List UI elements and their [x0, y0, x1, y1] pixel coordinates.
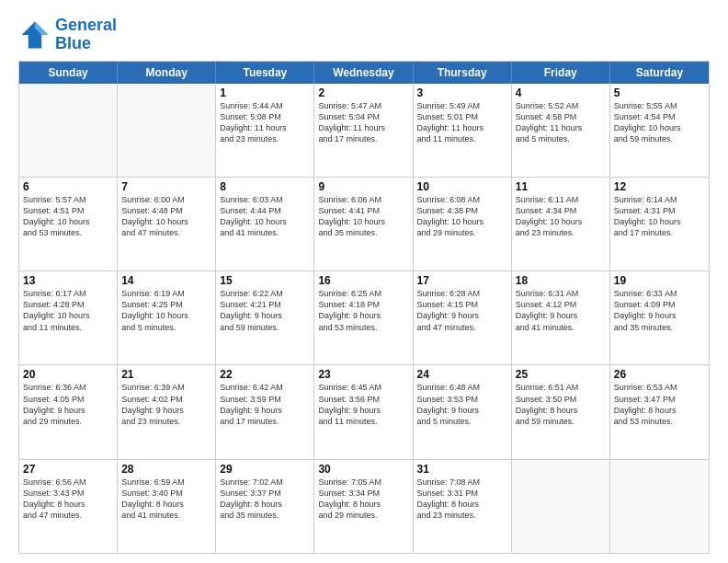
cell-line: and 41 minutes.	[121, 510, 211, 521]
cell-line: Daylight: 10 hours	[614, 122, 705, 133]
weekday-header: Monday	[118, 62, 216, 84]
cell-line: Sunset: 5:04 PM	[318, 111, 408, 122]
calendar: SundayMondayTuesdayWednesdayThursdayFrid…	[18, 61, 710, 554]
cell-line: Sunrise: 5:52 AM	[516, 100, 606, 111]
cell-line: and 53 minutes.	[23, 227, 113, 238]
day-number: 25	[516, 368, 606, 381]
calendar-cell: 6Sunrise: 5:57 AMSunset: 4:51 PMDaylight…	[19, 178, 118, 270]
day-number: 26	[614, 368, 705, 381]
weekday-header: Friday	[512, 62, 610, 84]
cell-line: Sunset: 3:56 PM	[318, 394, 408, 405]
cell-line: Sunrise: 6:33 AM	[614, 288, 705, 299]
day-number: 18	[516, 274, 606, 287]
calendar-cell	[19, 84, 118, 177]
day-number: 15	[220, 274, 310, 287]
cell-line: and 35 minutes.	[318, 227, 408, 238]
cell-line: Sunset: 4:54 PM	[614, 111, 705, 122]
cell-line: and 47 minutes.	[417, 322, 507, 333]
calendar-cell: 23Sunrise: 6:45 AMSunset: 3:56 PMDayligh…	[314, 365, 413, 458]
cell-line: and 23 minutes.	[121, 416, 211, 427]
day-number: 31	[417, 463, 507, 476]
calendar-cell: 17Sunrise: 6:28 AMSunset: 4:15 PMDayligh…	[414, 271, 512, 364]
cell-line: Sunset: 3:53 PM	[417, 394, 507, 405]
cell-line: Daylight: 10 hours	[220, 216, 310, 227]
weekday-header: Sunday	[19, 62, 118, 84]
calendar-cell: 30Sunrise: 7:05 AMSunset: 3:34 PMDayligh…	[314, 460, 413, 553]
calendar-cell: 12Sunrise: 6:14 AMSunset: 4:31 PMDayligh…	[610, 178, 709, 270]
day-number: 24	[417, 368, 507, 381]
cell-line: Sunrise: 7:05 AM	[318, 477, 408, 488]
cell-line: Daylight: 9 hours	[220, 310, 310, 321]
calendar-row: 6Sunrise: 5:57 AMSunset: 4:51 PMDaylight…	[19, 177, 709, 270]
calendar-cell: 13Sunrise: 6:17 AMSunset: 4:28 PMDayligh…	[19, 271, 118, 364]
day-number: 28	[121, 463, 211, 476]
day-number: 19	[614, 274, 705, 287]
cell-line: Daylight: 10 hours	[121, 310, 211, 321]
cell-line: Sunset: 3:47 PM	[614, 394, 705, 405]
cell-line: Sunset: 4:31 PM	[614, 205, 705, 216]
cell-line: Sunrise: 5:44 AM	[220, 100, 310, 111]
cell-line: Sunset: 5:01 PM	[417, 111, 507, 122]
cell-line: Daylight: 8 hours	[23, 499, 113, 510]
calendar-cell: 25Sunrise: 6:51 AMSunset: 3:50 PMDayligh…	[512, 365, 610, 458]
cell-line: Sunset: 4:51 PM	[23, 205, 113, 216]
cell-line: Sunrise: 6:22 AM	[220, 288, 310, 299]
cell-line: Daylight: 10 hours	[121, 216, 211, 227]
day-number: 27	[23, 463, 113, 476]
calendar-cell: 1Sunrise: 5:44 AMSunset: 5:08 PMDaylight…	[216, 84, 314, 177]
calendar-cell: 20Sunrise: 6:36 AMSunset: 4:05 PMDayligh…	[19, 365, 118, 458]
cell-line: and 17 minutes.	[220, 416, 310, 427]
weekday-header: Thursday	[414, 62, 512, 84]
cell-line: Sunset: 3:37 PM	[220, 488, 310, 499]
cell-line: Daylight: 9 hours	[516, 310, 606, 321]
day-number: 21	[121, 368, 211, 381]
calendar-cell: 16Sunrise: 6:25 AMSunset: 4:18 PMDayligh…	[314, 271, 413, 364]
cell-line: Sunset: 3:59 PM	[220, 394, 310, 405]
cell-line: Sunrise: 6:42 AM	[220, 382, 310, 393]
cell-line: Sunset: 3:34 PM	[318, 488, 408, 499]
cell-line: Sunrise: 6:06 AM	[318, 194, 408, 205]
cell-line: and 53 minutes.	[614, 416, 705, 427]
cell-line: Sunrise: 6:36 AM	[23, 382, 113, 393]
cell-line: Sunrise: 6:39 AM	[121, 382, 211, 393]
cell-line: Sunrise: 6:59 AM	[121, 477, 211, 488]
cell-line: Sunrise: 6:11 AM	[516, 194, 606, 205]
day-number: 8	[220, 180, 310, 193]
cell-line: Daylight: 8 hours	[220, 499, 310, 510]
calendar-cell: 26Sunrise: 6:53 AMSunset: 3:47 PMDayligh…	[610, 365, 709, 458]
cell-line: Daylight: 10 hours	[23, 310, 113, 321]
cell-line: and 17 minutes.	[318, 133, 408, 144]
cell-line: Sunset: 5:08 PM	[220, 111, 310, 122]
cell-line: Daylight: 8 hours	[516, 405, 606, 416]
calendar-cell: 28Sunrise: 6:59 AMSunset: 3:40 PMDayligh…	[118, 460, 216, 553]
cell-line: and 53 minutes.	[318, 322, 408, 333]
cell-line: Sunrise: 6:14 AM	[614, 194, 705, 205]
cell-line: Sunrise: 6:28 AM	[417, 288, 507, 299]
cell-line: Sunrise: 7:02 AM	[220, 477, 310, 488]
day-number: 7	[121, 180, 211, 193]
cell-line: Sunrise: 6:45 AM	[318, 382, 408, 393]
cell-line: Daylight: 9 hours	[318, 405, 408, 416]
calendar-row: 27Sunrise: 6:56 AMSunset: 3:43 PMDayligh…	[19, 459, 709, 553]
calendar-cell: 11Sunrise: 6:11 AMSunset: 4:34 PMDayligh…	[512, 178, 610, 270]
day-number: 30	[318, 463, 408, 476]
cell-line: Daylight: 10 hours	[516, 216, 606, 227]
cell-line: Sunrise: 5:49 AM	[417, 100, 507, 111]
calendar-header: SundayMondayTuesdayWednesdayThursdayFrid…	[19, 62, 709, 84]
calendar-cell: 27Sunrise: 6:56 AMSunset: 3:43 PMDayligh…	[19, 460, 118, 553]
cell-line: Daylight: 9 hours	[318, 310, 408, 321]
cell-line: and 47 minutes.	[121, 227, 211, 238]
cell-line: and 41 minutes.	[220, 227, 310, 238]
cell-line: Daylight: 10 hours	[23, 216, 113, 227]
calendar-cell: 15Sunrise: 6:22 AMSunset: 4:21 PMDayligh…	[216, 271, 314, 364]
cell-line: Daylight: 9 hours	[220, 405, 310, 416]
cell-line: Sunset: 4:15 PM	[417, 299, 507, 310]
calendar-row: 13Sunrise: 6:17 AMSunset: 4:28 PMDayligh…	[19, 270, 709, 364]
cell-line: Daylight: 8 hours	[614, 405, 705, 416]
cell-line: Sunrise: 6:48 AM	[417, 382, 507, 393]
day-number: 23	[318, 368, 408, 381]
day-number: 12	[614, 180, 705, 193]
cell-line: and 29 minutes.	[318, 510, 408, 521]
cell-line: Sunrise: 6:19 AM	[121, 288, 211, 299]
cell-line: and 23 minutes.	[220, 133, 310, 144]
